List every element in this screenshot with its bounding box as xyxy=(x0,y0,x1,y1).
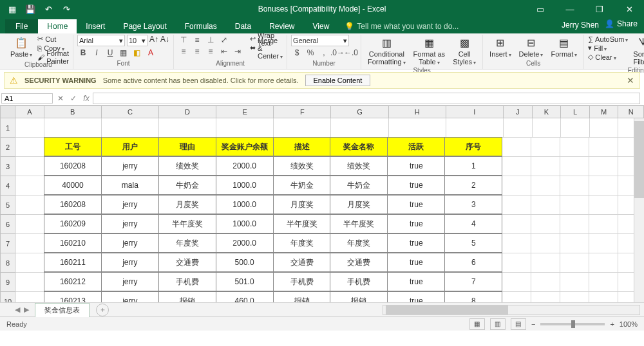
cell[interactable] xyxy=(44,118,102,138)
cell[interactable] xyxy=(531,215,560,234)
number-format-select[interactable]: General▾ xyxy=(291,35,349,46)
cell[interactable] xyxy=(533,118,562,138)
row-header[interactable]: 3 xyxy=(0,157,15,176)
orientation-icon[interactable]: ⤢ xyxy=(218,35,230,45)
format-painter-button[interactable]: 🖌Format Painter xyxy=(37,53,69,61)
table-cell[interactable]: 交通费 xyxy=(273,253,331,272)
cell[interactable] xyxy=(560,196,589,215)
align-bottom-icon[interactable]: ⊥ xyxy=(205,35,216,45)
name-box[interactable] xyxy=(1,93,53,104)
tab-formulas[interactable]: Formulas xyxy=(176,19,226,33)
save-icon[interactable]: 💾 xyxy=(23,2,37,16)
col-header[interactable]: L xyxy=(561,105,590,118)
indent-dec-icon[interactable]: ⇤ xyxy=(218,46,230,57)
table-cell[interactable]: 2000.0 xyxy=(216,233,274,253)
table-cell[interactable]: 半年度奖 xyxy=(330,214,388,233)
border-button[interactable]: ▦ xyxy=(118,48,129,58)
table-cell[interactable]: true xyxy=(387,291,445,302)
table-cell[interactable]: jerry xyxy=(101,195,159,214)
conditional-formatting-button[interactable]: ▥Conditional Formatting xyxy=(365,35,408,67)
font-size-select[interactable]: 10▾ xyxy=(127,35,147,46)
col-header[interactable]: B xyxy=(44,105,102,118)
cell[interactable] xyxy=(389,118,446,138)
table-cell[interactable]: 8 xyxy=(444,291,502,302)
insert-cells-button[interactable]: ⊞Insert xyxy=(487,35,514,59)
table-cell[interactable]: 年度奖 xyxy=(158,233,216,253)
cell[interactable] xyxy=(446,118,504,138)
column-headers[interactable]: ABCDEFGHIJKLMN xyxy=(15,105,644,118)
percent-icon[interactable]: % xyxy=(305,48,316,58)
table-cell[interactable]: true xyxy=(387,156,445,176)
maximize-button[interactable]: ❐ xyxy=(585,0,614,18)
cell[interactable] xyxy=(561,118,590,138)
table-cell[interactable]: 160210 xyxy=(44,233,102,253)
view-normal-button[interactable]: ▦ xyxy=(469,318,485,330)
font-name-select[interactable]: Arial▾ xyxy=(77,35,125,46)
col-header[interactable]: H xyxy=(389,105,446,118)
table-cell[interactable]: true xyxy=(387,233,445,253)
clear-button[interactable]: ◇Clear xyxy=(588,53,628,61)
comma-icon[interactable]: , xyxy=(318,48,330,58)
cell[interactable] xyxy=(502,215,531,234)
table-cell[interactable]: 160211 xyxy=(44,253,102,272)
fx-icon[interactable]: fx xyxy=(80,94,93,103)
table-cell[interactable]: jerry xyxy=(101,272,159,291)
cell[interactable] xyxy=(589,196,618,215)
sheet-nav-next[interactable]: ▶ xyxy=(22,305,31,314)
table-cell[interactable]: jerry xyxy=(101,233,159,253)
table-cell[interactable]: 绩效奖 xyxy=(273,156,331,176)
underline-button[interactable]: U xyxy=(104,48,116,58)
cell[interactable] xyxy=(15,176,44,196)
zoom-in-button[interactable]: + xyxy=(610,320,614,328)
col-header[interactable]: E xyxy=(216,105,274,118)
table-cell[interactable]: 160208 xyxy=(44,195,102,214)
table-cell[interactable]: 7 xyxy=(444,272,502,291)
cell[interactable] xyxy=(502,138,531,157)
table-cell[interactable]: 牛奶金 xyxy=(158,176,216,195)
cell[interactable] xyxy=(560,292,589,302)
cell[interactable] xyxy=(589,234,618,253)
cell[interactable] xyxy=(560,234,589,253)
cell[interactable] xyxy=(531,176,560,196)
cell[interactable] xyxy=(15,253,44,273)
close-button[interactable]: ✕ xyxy=(614,0,644,18)
currency-icon[interactable]: $ xyxy=(291,48,303,58)
cell[interactable] xyxy=(15,234,44,253)
table-header-cell[interactable]: 工号 xyxy=(44,137,102,156)
security-close-icon[interactable]: ✕ xyxy=(627,75,634,86)
cell[interactable] xyxy=(589,273,618,292)
view-page-layout-button[interactable]: ▥ xyxy=(490,318,506,330)
table-cell[interactable]: 500.0 xyxy=(216,253,274,272)
cell[interactable] xyxy=(15,292,44,302)
indent-inc-icon[interactable]: ⇥ xyxy=(232,46,243,57)
undo-icon[interactable]: ↶ xyxy=(41,2,55,16)
table-cell[interactable]: 月度奖 xyxy=(158,195,216,214)
cell[interactable] xyxy=(589,292,618,302)
table-cell[interactable]: 月度奖 xyxy=(330,195,388,214)
horizontal-scrollbar[interactable] xyxy=(383,305,640,315)
sort-filter-button[interactable]: ᗐSort & Filter xyxy=(630,35,644,67)
col-header[interactable]: M xyxy=(590,105,619,118)
table-cell[interactable]: 6 xyxy=(444,253,502,272)
table-cell[interactable]: 交通费 xyxy=(158,253,216,272)
paste-button[interactable]: 📋Paste xyxy=(8,35,35,59)
share-button[interactable]: 👤Share xyxy=(605,19,638,28)
col-header[interactable]: A xyxy=(15,105,44,118)
delete-cells-button[interactable]: ⊟Delete xyxy=(516,35,546,59)
cell[interactable] xyxy=(502,176,531,196)
cell[interactable] xyxy=(560,157,589,176)
cell[interactable] xyxy=(15,273,44,292)
row-header[interactable]: 1 xyxy=(0,118,15,138)
spreadsheet-grid[interactable]: 1234567891011 ABCDEFGHIJKLMN 工号用户理由奖金账户余… xyxy=(0,105,644,302)
table-cell[interactable]: 2 xyxy=(444,176,502,195)
table-cell[interactable]: 报销 xyxy=(330,291,388,302)
row-headers[interactable]: 1234567891011 xyxy=(0,105,15,302)
table-cell[interactable]: 40000 xyxy=(44,176,102,195)
zoom-level[interactable]: 100% xyxy=(620,320,638,328)
cell[interactable] xyxy=(502,157,531,176)
table-cell[interactable]: 501.0 xyxy=(216,272,274,291)
cell[interactable] xyxy=(589,176,618,196)
table-cell[interactable]: true xyxy=(387,176,445,195)
table-cell[interactable]: 半年度奖 xyxy=(158,214,216,233)
autosum-button[interactable]: ∑AutoSum xyxy=(588,35,628,43)
